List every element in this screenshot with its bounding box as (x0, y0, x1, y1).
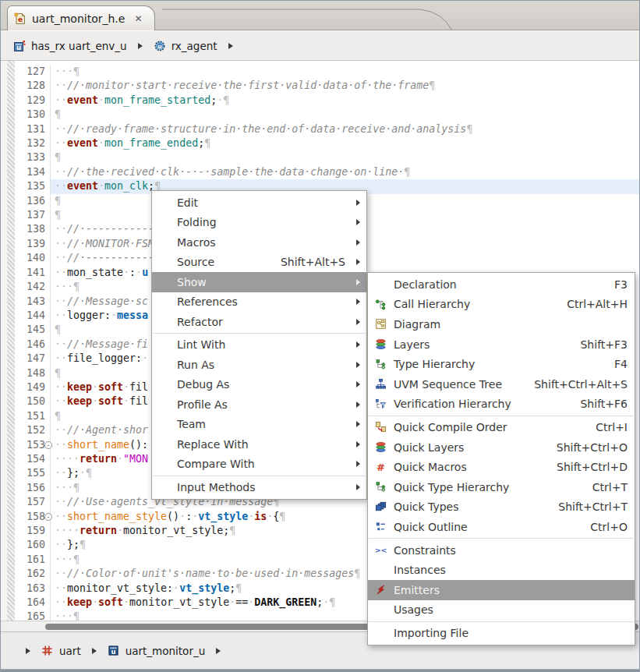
menu-item-run-as[interactable]: Run As (152, 355, 366, 375)
breadcrumb-arrow-icon[interactable] (26, 648, 30, 654)
tab-close-icon[interactable]: ✕ (134, 13, 142, 24)
layers-icon (373, 441, 387, 454)
code-line-131[interactable]: 131··//·ready·frame·structure·in·the·end… (15, 122, 639, 136)
submenu-item-verification-hierarchy[interactable]: Verification HierarchyShift+F6 (368, 394, 635, 415)
submenu-arrow-icon (356, 381, 360, 387)
menu-item-references[interactable]: References (152, 292, 366, 313)
code-line-132[interactable]: 132··event·mon_frame_ended;¶ (15, 136, 639, 150)
submenu-item-quick-compile-order[interactable]: Quick Compile OrderCtrl+I (368, 417, 635, 437)
fold-minus-icon[interactable]: - (44, 513, 52, 521)
menu-item-shortcut: F4 (614, 358, 628, 370)
line-number: 157 (15, 495, 51, 509)
menu-item-label: Macros (177, 236, 345, 249)
breadcrumb-label: has_rx uart_env_u (31, 40, 127, 52)
menu-item-shortcut: Ctrl+T (592, 481, 628, 493)
line-number: 158- (15, 510, 51, 524)
menu-item-label: Quick Layers (394, 441, 557, 454)
menu-item-label: Quick Types (394, 500, 558, 513)
code-line-133[interactable]: 133¶ (15, 150, 639, 164)
submenu-item-declaration[interactable]: DeclarationF3 (368, 274, 635, 295)
line-number: 149 (15, 380, 51, 394)
menu-item-label: Quick Compile Order (394, 421, 596, 433)
code-line-127[interactable]: 127···¶ (15, 65, 639, 79)
uvm-sequence-tree-icon (373, 378, 387, 391)
emitters-icon (373, 584, 387, 596)
breadcrumb-item-uart[interactable]: uart (41, 645, 81, 657)
code-line-130[interactable]: 130¶ (15, 108, 639, 122)
menu-item-label: Compare With (177, 458, 345, 470)
breadcrumb-arrow-icon[interactable] (228, 43, 233, 49)
submenu-arrow-icon (356, 441, 360, 447)
submenu-item-layers[interactable]: LayersShift+F3 (368, 334, 635, 355)
menu-item-lint-with[interactable]: Lint With (152, 335, 366, 355)
submenu-item-quick-outline[interactable]: Quick OutlineCtrl+O (368, 517, 635, 537)
code-line-129[interactable]: 129··event·mon_frame_started;·¶ (15, 94, 639, 108)
menu-item-shortcut: Ctrl+Alt+H (567, 298, 628, 310)
menu-item-debug-as[interactable]: Debug As (152, 375, 366, 395)
menu-item-input-methods[interactable]: Input Methods (152, 477, 366, 497)
breadcrumb-item-rx-agent[interactable]: urx_agent (154, 40, 217, 52)
menu-item-replace-with[interactable]: Replace With (152, 434, 366, 454)
menu-item-show[interactable]: Show (152, 272, 366, 292)
menu-item-edit[interactable]: Edit (152, 193, 366, 213)
line-number: 132 (15, 136, 51, 150)
menu-item-label: Quick Outline (394, 521, 590, 533)
fold-minus-icon[interactable]: - (44, 441, 52, 449)
menu-item-shortcut: Shift+F6 (580, 398, 628, 410)
code-line-128[interactable]: 128··//·monitor·start·receive·the·first·… (15, 79, 639, 93)
submenu-item-type-hierarchy[interactable]: Type HierarchyF4 (368, 354, 635, 374)
menu-item-refactor[interactable]: Refactor (152, 312, 366, 332)
quick-compile-order-icon (373, 421, 387, 433)
submenu-item-call-hierarchy[interactable]: Call HierarchyCtrl+Alt+H (368, 295, 635, 315)
menu-item-team[interactable]: Team (152, 415, 366, 435)
package-icon (41, 645, 54, 657)
submenu-item-quick-layers[interactable]: Quick LayersShift+Ctrl+O (368, 437, 635, 458)
line-number: 159 (15, 524, 51, 538)
editor-tab[interactable]: e uart_monitor_h.e ✕ (7, 5, 155, 30)
menu-separator (369, 538, 634, 539)
submenu-item-uvm-sequence-tree[interactable]: UVM Sequence TreeShift+Ctrl+Alt+S (368, 374, 635, 394)
menu-item-source[interactable]: SourceShift+Alt+S (152, 253, 366, 273)
menu-item-label: Declaration (394, 278, 614, 291)
line-number: 136 (15, 194, 51, 208)
submenu-item-constraints[interactable]: ><Constraints (368, 540, 635, 561)
submenu-item-emitters[interactable]: Emitters (368, 580, 635, 600)
menu-item-compare-with[interactable]: Compare With (152, 454, 366, 475)
breadcrumb-arrow-icon[interactable] (138, 43, 143, 49)
blank-icon (373, 564, 387, 576)
breadcrumb-item-has-rx-uart-env-u[interactable]: uhas_rx uart_env_u (13, 40, 127, 52)
submenu-item-quick-types[interactable]: Quick TypesShift+Ctrl+T (368, 497, 635, 518)
submenu-item-instances[interactable]: Instances (368, 560, 635, 580)
blank-icon (373, 278, 387, 291)
submenu-item-usages[interactable]: Usages (368, 600, 635, 621)
breadcrumb-item-uart-monitor-u[interactable]: uuart_monitor_u (108, 645, 206, 657)
line-number: 156 (15, 481, 51, 495)
submenu-item-diagram[interactable]: Diagram (368, 314, 635, 334)
line-number: 135 (15, 179, 51, 193)
submenu-item-importing-file[interactable]: Importing File (368, 623, 635, 643)
submenu-item-quick-type-hierarchy[interactable]: Quick Type HierarchyCtrl+T (368, 477, 635, 497)
submenu-arrow-icon (356, 421, 360, 427)
unit-icon: u (13, 40, 26, 52)
menu-item-label: Refactor (177, 316, 345, 328)
code-line-134[interactable]: 134··//·the·recived·clk·-·-·sample·the·d… (15, 165, 639, 179)
breadcrumb-arrow-icon[interactable] (92, 648, 97, 654)
line-number: 154 (15, 452, 51, 466)
line-number: 151 (15, 409, 51, 423)
menu-item-label: Show (177, 276, 345, 288)
menu-item-shortcut: F3 (614, 278, 628, 291)
layers-icon (373, 338, 387, 351)
menu-item-macros[interactable]: Macros (152, 232, 366, 253)
menu-item-label: Verification Hierarchy (394, 398, 580, 410)
line-number: 141 (15, 266, 51, 280)
menu-item-profile-as[interactable]: Profile As (152, 394, 366, 415)
submenu-item-quick-macros[interactable]: #Quick MacrosShift+Ctrl+D (368, 457, 635, 477)
ide-window: e uart_monitor_h.e ✕ uhas_rx uart_env_uu… (0, 0, 640, 672)
menu-item-label: Debug As (177, 378, 345, 391)
menu-item-shortcut: Ctrl+I (596, 421, 628, 433)
menu-separator (369, 416, 634, 416)
breadcrumb-arrow-icon[interactable] (216, 648, 221, 654)
menu-item-label: Quick Macros (394, 461, 557, 473)
line-number: 148 (15, 366, 51, 380)
menu-item-folding[interactable]: Folding (152, 213, 366, 233)
